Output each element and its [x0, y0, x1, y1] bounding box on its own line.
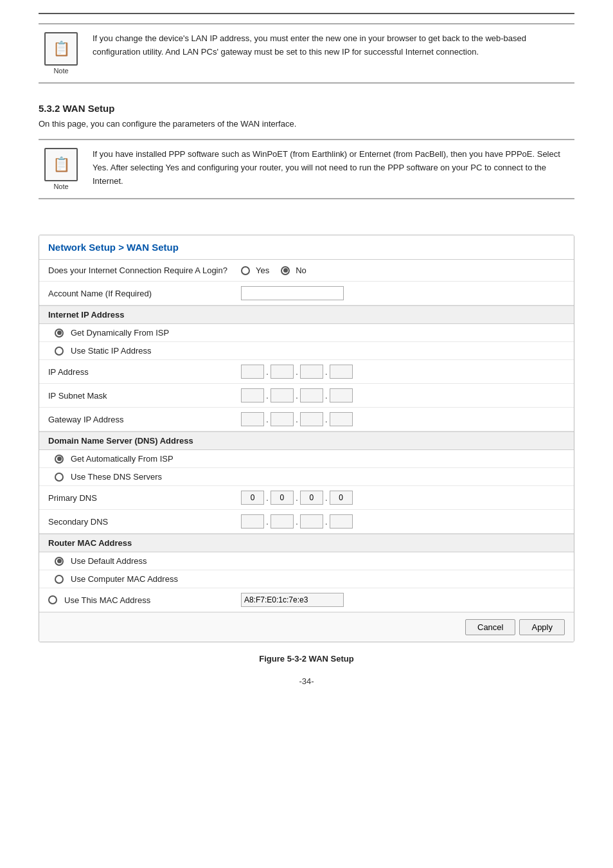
dns-auto-circle [55, 455, 64, 464]
note-box-1: 📋 Note If you change the device's LAN IP… [39, 23, 574, 84]
account-name-label: Account Name (If Required) [48, 289, 241, 298]
note-symbol-1: 📋 [44, 32, 78, 66]
login-yes-radio[interactable]: Yes [241, 266, 269, 275]
dns-manual-circle [55, 473, 64, 482]
subnet-mask-o1[interactable] [241, 388, 264, 402]
mac-default-label: Use Default Address [71, 556, 147, 566]
primary-dns-o3[interactable] [300, 491, 323, 505]
subnet-mask-o4[interactable] [330, 388, 353, 402]
note-icon-2: 📋 Note [39, 148, 84, 190]
use-static-ip-circle [55, 347, 64, 356]
login-yes-label: Yes [256, 266, 269, 275]
mac-this-input[interactable] [241, 593, 344, 607]
secondary-dns-row: Secondary DNS . . . [39, 510, 574, 534]
note-text-2: If you have installed PPP software such … [93, 148, 574, 188]
mac-this-row: Use This MAC Address [39, 588, 574, 612]
account-name-input[interactable] [241, 286, 344, 300]
login-yes-circle [241, 266, 250, 275]
gateway-ip-row: Gateway IP Address . . . [39, 408, 574, 431]
get-dynamically-label: Get Dynamically From ISP [71, 328, 169, 338]
wan-setup-form: Network Setup > WAN Setup Does your Inte… [39, 235, 574, 642]
secondary-dns-o2[interactable] [271, 514, 294, 529]
dns-auto-label: Get Automatically From ISP [71, 454, 173, 464]
dns-manual-row[interactable]: Use These DNS Servers [39, 468, 574, 486]
mac-this-label: Use This MAC Address [64, 595, 150, 605]
dns-manual-label: Use These DNS Servers [71, 472, 162, 482]
ip-address-label: IP Address [48, 367, 241, 377]
mac-computer-label: Use Computer MAC Address [71, 574, 178, 584]
gateway-ip-o2[interactable] [271, 412, 294, 426]
subnet-mask-field: . . . [241, 388, 353, 402]
mac-default-circle [55, 557, 64, 566]
dns-auto-row[interactable]: Get Automatically From ISP [39, 450, 574, 468]
secondary-dns-field: . . . [241, 514, 353, 529]
gateway-ip-label: Gateway IP Address [48, 415, 241, 424]
primary-dns-o1[interactable] [241, 491, 264, 505]
login-no-radio[interactable]: No [281, 266, 306, 275]
login-no-circle [281, 266, 290, 275]
secondary-dns-value: . . . [241, 514, 565, 529]
primary-dns-o4[interactable] [330, 491, 353, 505]
subnet-mask-o3[interactable] [300, 388, 323, 402]
note-text-1: If you change the device's LAN IP addres… [93, 32, 574, 59]
subnet-mask-o2[interactable] [271, 388, 294, 402]
mac-default-row[interactable]: Use Default Address [39, 552, 574, 570]
note-icon-1: 📋 Note [39, 32, 84, 75]
top-divider [39, 13, 574, 14]
section-heading: 5.3.2 WAN Setup [39, 103, 574, 114]
form-buttons: Cancel Apply [39, 612, 574, 642]
subnet-mask-value: . . . [241, 388, 565, 402]
gateway-ip-o4[interactable] [330, 412, 353, 426]
login-row: Does your Internet Connection Require A … [39, 260, 574, 282]
note-label-1: Note [53, 67, 68, 75]
secondary-dns-o1[interactable] [241, 514, 264, 529]
login-no-label: No [296, 266, 306, 275]
form-title: Network Setup > WAN Setup [39, 235, 574, 260]
secondary-dns-o4[interactable] [330, 514, 353, 529]
secondary-dns-label: Secondary DNS [48, 517, 241, 527]
secondary-dns-o3[interactable] [300, 514, 323, 529]
mac-this-radio-container[interactable]: Use This MAC Address [48, 595, 241, 605]
primary-dns-value: . . . [241, 491, 565, 505]
ip-address-o1[interactable] [241, 365, 264, 379]
figure-caption: Figure 5-3-2 WAN Setup [39, 654, 574, 664]
note-symbol-2: 📋 [44, 148, 78, 181]
note-box-2: 📋 Note If you have installed PPP softwar… [39, 139, 574, 199]
apply-button[interactable]: Apply [519, 619, 565, 635]
use-static-ip-row[interactable]: Use Static IP Address [39, 342, 574, 360]
gateway-ip-o1[interactable] [241, 412, 264, 426]
section-desc: On this page, you can configure the para… [39, 119, 574, 129]
internet-ip-section-header: Internet IP Address [39, 305, 574, 324]
primary-dns-o2[interactable] [271, 491, 294, 505]
page-number: -34- [39, 676, 574, 686]
gateway-ip-value: . . . [241, 412, 565, 426]
primary-dns-row: Primary DNS . . . [39, 486, 574, 510]
mac-this-value [241, 593, 565, 607]
account-name-value [241, 286, 565, 300]
login-options: Yes No [241, 266, 565, 275]
ip-address-o4[interactable] [330, 365, 353, 379]
ip-address-value: . . . [241, 365, 565, 379]
login-label: Does your Internet Connection Require A … [48, 266, 241, 275]
ip-address-o2[interactable] [271, 365, 294, 379]
mac-computer-circle [55, 575, 64, 584]
mac-computer-row[interactable]: Use Computer MAC Address [39, 570, 574, 588]
subnet-mask-row: IP Subnet Mask . . . [39, 384, 574, 408]
ip-address-o3[interactable] [300, 365, 323, 379]
account-name-row: Account Name (If Required) [39, 282, 574, 305]
use-static-ip-label: Use Static IP Address [71, 346, 152, 356]
primary-dns-label: Primary DNS [48, 493, 241, 503]
note-label-2: Note [53, 183, 68, 190]
mac-section-header: Router MAC Address [39, 534, 574, 552]
get-dynamically-row[interactable]: Get Dynamically From ISP [39, 324, 574, 342]
subnet-mask-label: IP Subnet Mask [48, 391, 241, 401]
ip-address-row: IP Address . . . [39, 360, 574, 384]
ip-address-field: . . . [241, 365, 353, 379]
gateway-ip-field: . . . [241, 412, 353, 426]
mac-this-circle [48, 595, 57, 604]
gateway-ip-o3[interactable] [300, 412, 323, 426]
primary-dns-field: . . . [241, 491, 353, 505]
get-dynamically-circle [55, 329, 64, 338]
dns-section-header: Domain Name Server (DNS) Address [39, 431, 574, 450]
cancel-button[interactable]: Cancel [465, 619, 515, 635]
